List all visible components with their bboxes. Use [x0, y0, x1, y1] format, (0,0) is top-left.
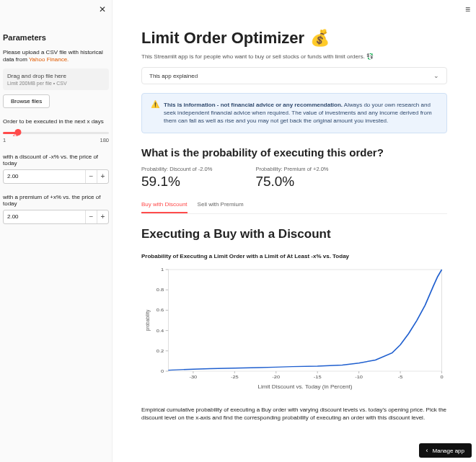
file-dropzone[interactable]: Drag and drop file here Limit 200MB per …: [3, 68, 109, 90]
svg-text:-30: -30: [189, 374, 197, 378]
moneybag-icon: 💰: [310, 29, 330, 48]
chart-container: Probability of Executing a Limit Order w…: [141, 253, 447, 393]
days-slider[interactable]: 20: [3, 132, 109, 134]
discount-decrement[interactable]: −: [85, 170, 97, 183]
premium-stepper[interactable]: 2.00 − +: [3, 210, 109, 224]
discount-increment[interactable]: +: [97, 170, 108, 183]
metrics-row: Probability: Discount of -2.0% 59.1% Pro…: [141, 166, 447, 190]
expander-this-app-explained[interactable]: This app explained ⌄: [141, 67, 447, 84]
browse-files-button[interactable]: Browse files: [3, 94, 50, 108]
svg-rect-26: [168, 270, 441, 371]
probability-heading: What is the probability of executing thi…: [141, 146, 447, 159]
manage-app-button[interactable]: ‹ Manage app: [419, 443, 472, 458]
page-subtitle: This Streamlit app is for people who wan…: [141, 53, 447, 60]
tabs: Buy with Discount Sell with Premium: [141, 198, 447, 214]
chart-caption: Empirical cumulative probability of exec…: [141, 406, 447, 422]
premium-increment[interactable]: +: [97, 210, 108, 223]
slider-thumb[interactable]: [14, 129, 21, 136]
svg-text:0.2: 0.2: [157, 348, 164, 352]
main-content: Limit Order Optimizer 💰 This Streamlit a…: [113, 0, 476, 462]
info-alert: ⚠️ This is information - not financial a…: [141, 93, 447, 133]
metric-discount: Probability: Discount of -2.0% 59.1%: [141, 166, 212, 190]
premium-label: with a premium of +x% vs. the price of t…: [3, 194, 109, 207]
svg-text:-15: -15: [314, 374, 322, 378]
yahoo-finance-link[interactable]: Yahoo Finance.: [29, 56, 69, 63]
discount-label: with a discount of -x% vs. the price of …: [3, 154, 109, 166]
svg-text:1: 1: [161, 267, 164, 271]
dropzone-main: Drag and drop file here: [7, 73, 105, 79]
metric-premium: Probability: Premium of +2.0% 75.0%: [255, 166, 328, 190]
discount-value: 2.00: [4, 173, 85, 179]
premium-value: 2.00: [4, 213, 85, 220]
sidebar-heading: Parameters: [3, 33, 109, 42]
chart-title: Probability of Executing a Limit Order w…: [141, 253, 447, 259]
upload-label: Please upload a CSV file with historical…: [3, 49, 109, 64]
tab-sell-premium[interactable]: Sell with Premium: [198, 198, 244, 213]
close-icon[interactable]: ✕: [99, 4, 106, 14]
exec-heading: Executing a Buy with a Discount: [141, 227, 447, 241]
warning-icon: ⚠️: [151, 101, 159, 125]
dropzone-sub: Limit 200MB per file • CSV: [7, 81, 105, 86]
svg-text:0.8: 0.8: [157, 287, 164, 291]
chevron-left-icon: ‹: [426, 447, 428, 454]
svg-text:-10: -10: [355, 374, 363, 378]
slider-range: 1 180: [3, 137, 109, 143]
days-slider-label: Order to be executed in the next x days: [3, 118, 109, 125]
page-title: Limit Order Optimizer 💰: [141, 29, 447, 48]
chevron-down-icon: ⌄: [433, 72, 439, 79]
discount-stepper[interactable]: 2.00 − +: [3, 169, 109, 184]
hamburger-menu-icon[interactable]: ≡: [465, 4, 470, 14]
premium-decrement[interactable]: −: [85, 210, 97, 223]
tab-buy-discount[interactable]: Buy with Discount: [141, 198, 188, 213]
svg-text:Limit Discount vs. Today (in P: Limit Discount vs. Today (in Percent): [257, 383, 352, 389]
svg-text:-5: -5: [398, 374, 403, 378]
svg-text:0: 0: [161, 368, 164, 373]
svg-text:probability: probability: [144, 309, 151, 331]
probability-line-chart: 00.20.40.60.81-30-25-20-15-10-50Limit Di…: [141, 265, 447, 391]
svg-text:-20: -20: [272, 374, 280, 378]
sidebar: ✕ Parameters Please upload a CSV file wi…: [0, 0, 113, 462]
svg-text:-25: -25: [231, 374, 239, 378]
svg-text:0: 0: [440, 374, 443, 378]
svg-text:0.6: 0.6: [157, 308, 164, 312]
svg-text:0.4: 0.4: [157, 328, 164, 332]
